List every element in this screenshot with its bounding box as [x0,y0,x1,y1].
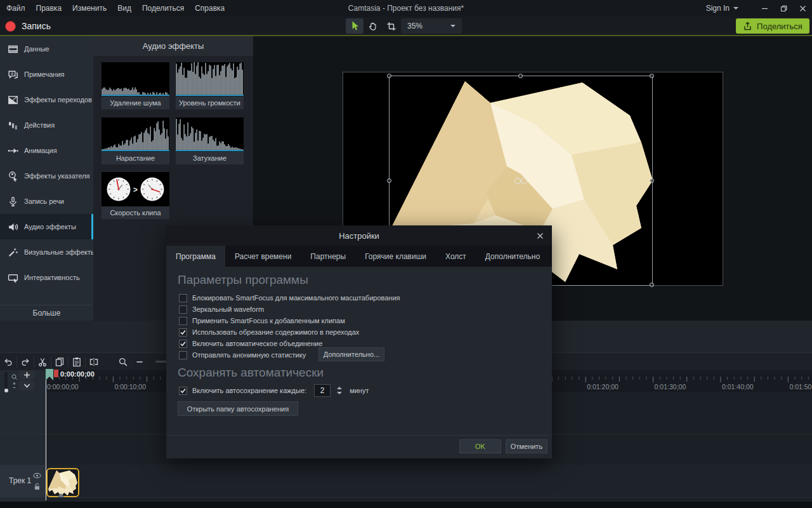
effect-tile-2[interactable]: Нарастание [102,117,169,164]
advanced-button[interactable]: Дополнительно... [318,347,384,361]
ok-button[interactable]: OK [459,439,501,453]
checkbox[interactable] [179,305,187,314]
cursor-tool-icon [350,20,360,32]
close-icon [537,232,544,239]
menu-item-1[interactable]: Правка [36,4,62,13]
ruler-label: 0:01:30;00 [655,383,686,391]
undo-icon [3,357,13,367]
timeline-zoom-button[interactable] [115,354,131,370]
checkbox-row-4[interactable]: Включить автоматическое объединение [179,338,322,349]
playhead-line[interactable] [46,370,46,500]
menu-item-4[interactable]: Поделиться [142,4,184,13]
sidebar-item-3[interactable]: Действия [0,112,93,138]
playhead-time: 0:00:00;00 [60,370,95,378]
cancel-button[interactable]: Отменить [506,439,547,453]
effect-tile-1[interactable]: Уровень громкости [176,62,244,109]
menu-item-0[interactable]: Файл [6,4,25,13]
sidebar-item-0[interactable]: Данные [0,36,93,62]
redo-button[interactable] [17,354,34,370]
menu-item-5[interactable]: Справка [195,4,225,13]
sidebar-item-6[interactable]: Запись речи [0,189,93,214]
collapse-tracks-button[interactable] [19,381,34,391]
checkbox[interactable] [179,340,187,348]
selection-handle[interactable] [650,178,654,183]
sidebar-item-1[interactable]: aПримечания [0,62,93,87]
menu-item-3[interactable]: Вид [117,4,131,13]
checkbox-label: Зеркальный waveform [192,305,264,313]
canvas-zoom-dropdown[interactable]: 35% [401,18,462,34]
checkbox-row-5[interactable]: Отправлять анонимную статистику [179,350,306,360]
checkbox[interactable] [179,317,187,325]
bottom-bar [0,502,812,508]
checkbox-row-2[interactable]: Применить SmartFocus к добавленным клипа… [179,316,345,326]
checkbox-label: Отправлять анонимную статистику [192,351,306,359]
sidebar-item-8[interactable]: Визуальные эффекты [0,239,93,265]
zoom-out-button[interactable] [131,354,148,370]
crop-tool-button[interactable] [383,18,400,34]
dialog-tab-1[interactable]: Расчет времени [225,246,301,267]
split-button[interactable] [86,354,102,370]
record-button[interactable]: Запись [5,19,51,33]
undo-button[interactable] [0,354,16,370]
sidebar-more-button[interactable]: Больше [0,305,93,321]
sidebar-item-5[interactable]: Эффекты указателя [0,163,93,189]
copy-button[interactable] [51,354,68,370]
selection-handle[interactable] [650,283,654,287]
checkbox[interactable] [179,328,187,337]
sidebar-item-7[interactable]: Аудио эффекты [0,214,93,239]
svg-text:a: a [11,71,13,76]
sidebar-item-4[interactable]: Анимация [0,138,93,163]
hand-tool-icon [368,21,378,32]
selection-handle[interactable] [387,178,391,183]
fade-out-waveform-icon [176,117,244,152]
sidebar-item-label: Эффекты переходов [24,96,92,104]
sidebar-item-9[interactable]: Интерактивность [0,265,93,290]
menu-item-2[interactable]: Изменить [72,4,107,13]
dialog-tab-4[interactable]: Холст [436,246,476,267]
selection-center-handle[interactable] [521,178,527,184]
dialog-tab-5[interactable]: Дополнительно [476,246,549,267]
paste-button[interactable] [69,354,85,370]
interactivity-icon [8,272,18,283]
zoom-in-track-button[interactable] [19,370,34,380]
effect-tile-4[interactable]: > Скорость клипа [102,172,169,219]
effect-tile-label: Удаление шума [102,97,169,109]
checkbox[interactable] [179,351,187,359]
selection-handle[interactable] [387,74,391,78]
checkbox[interactable] [179,294,187,302]
effect-tile-3[interactable]: Затухание [176,117,244,164]
paste-icon [72,357,82,367]
sidebar-item-2[interactable]: Эффекты переходов [0,87,93,112]
selection-center-handle[interactable] [514,178,521,184]
autosave-interval-stepper[interactable] [337,387,342,394]
selection-handle[interactable] [518,74,523,78]
select-tool-button[interactable] [346,18,363,34]
track-1-lane[interactable] [46,465,812,497]
dialog-tab-2[interactable]: Партнеры [301,246,355,267]
checkbox-row-3[interactable]: Использовать обрезание содержимого в пер… [179,327,359,337]
playhead-marker[interactable] [42,369,58,381]
cut-button[interactable] [34,354,51,370]
close-button[interactable] [793,0,812,17]
selection-handle[interactable] [650,74,654,78]
checkbox-row-0[interactable]: Блокировать SmartFocus для максимального… [179,293,400,303]
track-1-header[interactable]: Трек 1 [0,465,46,497]
autosave-checkbox[interactable] [179,387,187,395]
maximize-button[interactable] [774,0,793,17]
sidebar: ДанныеaПримечанияЭффекты переходовДейств… [0,36,93,321]
sign-in-menu[interactable]: Sign In [706,4,738,13]
minimize-button[interactable] [755,0,774,17]
effect-tile-0[interactable]: Удаление шума [102,62,169,109]
track-height-slider[interactable] [4,372,8,389]
dialog-tab-3[interactable]: Горячие клавиши [355,246,436,267]
pan-tool-button[interactable] [364,18,382,34]
ruler-label: 0:00:00;00 [47,383,79,391]
checkbox-row-1[interactable]: Зеркальный waveform [179,304,264,314]
dialog-close-button[interactable] [534,230,546,241]
autosave-interval-input[interactable]: 2 [314,384,331,397]
checkbox-label: Использовать обрезание содержимого в пер… [192,328,359,336]
dialog-tab-0[interactable]: Программа [166,246,225,267]
share-button[interactable]: Поделиться [736,18,809,34]
open-autosave-folder-button[interactable]: Открыть папку автосохранения [178,401,298,416]
svg-text:>: > [133,185,138,194]
